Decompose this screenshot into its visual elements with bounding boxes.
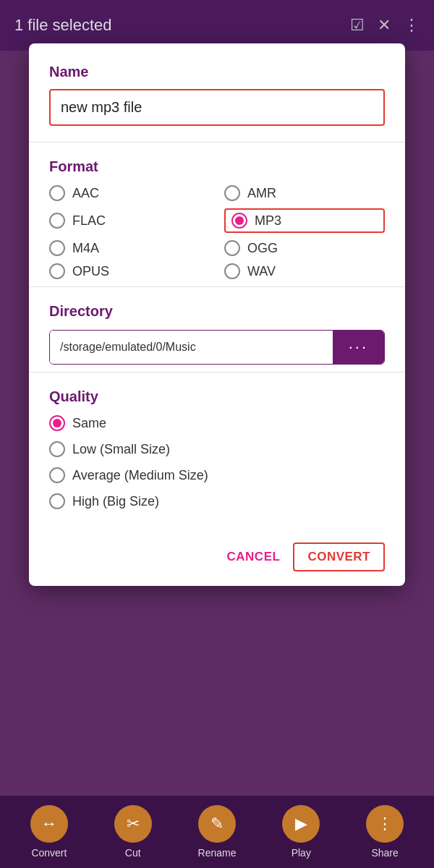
rename-tool-icon: ✎ [198,805,236,843]
format-option-opus[interactable]: OPUS [49,263,210,279]
rename-tool-label: Rename [198,847,237,859]
cut-tool-label: Cut [125,847,141,859]
format-amr-label: AMR [247,186,276,201]
format-option-wav[interactable]: WAV [224,263,385,279]
format-aac-label: AAC [72,186,99,201]
format-flac-label: FLAC [72,213,106,229]
format-wav-label: WAV [247,264,276,279]
play-tool-label: Play [292,847,311,859]
quality-average-label: Average (Medium Size) [72,468,208,483]
convert-button[interactable]: CONVERT [293,542,385,571]
dialog-content: Name Format AAC AMR FLAC MP3 [29,43,405,531]
share-tool-label: Share [371,847,398,859]
radio-amr[interactable] [224,185,240,201]
tool-rename[interactable]: ✎ Rename [198,805,237,859]
directory-browse-button[interactable]: ··· [333,331,384,364]
quality-low-label: Low (Small Size) [72,442,170,457]
more-icon[interactable]: ⋮ [404,16,420,35]
tool-share[interactable]: ⋮ Share [366,805,404,859]
radio-high[interactable] [49,493,65,509]
directory-box: /storage/emulated/0/Music ··· [49,330,385,365]
divider-1 [29,142,405,142]
radio-mp3[interactable] [231,213,247,229]
top-bar-actions: ☑ ✕ ⋮ [350,16,420,35]
radio-ogg[interactable] [224,240,240,256]
directory-path: /storage/emulated/0/Music [50,331,333,364]
radio-aac[interactable] [49,185,65,201]
radio-low[interactable] [49,441,65,457]
quality-label: Quality [49,388,385,405]
convert-tool-label: Convert [31,847,67,859]
tool-convert[interactable]: ↔ Convert [30,805,68,859]
format-option-amr[interactable]: AMR [224,185,385,201]
divider-2 [29,286,405,287]
format-opus-label: OPUS [72,264,109,279]
browse-dots: ··· [349,338,368,357]
format-label: Format [49,158,385,175]
format-option-ogg[interactable]: OGG [224,240,385,256]
radio-opus[interactable] [49,263,65,279]
format-m4a-label: M4A [72,241,99,256]
play-tool-icon: ▶ [282,805,320,843]
close-icon[interactable]: ✕ [378,16,391,35]
convert-dialog: Name Format AAC AMR FLAC MP3 [29,43,405,586]
name-input[interactable] [49,89,385,126]
format-mp3-label: MP3 [255,213,281,229]
dialog-footer: CANCEL CONVERT [29,531,405,586]
radio-same[interactable] [49,415,65,431]
directory-label: Directory [49,303,385,320]
convert-tool-icon: ↔ [30,805,68,843]
quality-option-high[interactable]: High (Big Size) [49,493,385,509]
format-grid: AAC AMR FLAC MP3 M4A OGG [49,185,385,279]
share-tool-icon: ⋮ [366,805,404,843]
bottom-toolbar: ↔ Convert ✂ Cut ✎ Rename ▶ Play ⋮ Share [0,796,434,868]
divider-3 [29,372,405,373]
format-option-mp3[interactable]: MP3 [224,208,385,233]
tool-play[interactable]: ▶ Play [282,805,320,859]
quality-option-same[interactable]: Same [49,415,385,431]
cancel-button[interactable]: CANCEL [227,550,281,564]
format-option-flac[interactable]: FLAC [49,208,210,233]
quality-list: Same Low (Small Size) Average (Medium Si… [49,415,385,509]
quality-same-label: Same [72,416,106,431]
quality-high-label: High (Big Size) [72,494,159,509]
name-label: Name [49,64,385,80]
radio-m4a[interactable] [49,240,65,256]
format-option-aac[interactable]: AAC [49,185,210,201]
radio-wav[interactable] [224,263,240,279]
selection-title: 1 file selected [14,16,112,35]
format-ogg-label: OGG [247,241,278,256]
radio-average[interactable] [49,467,65,483]
radio-flac[interactable] [49,213,65,229]
check-icon[interactable]: ☑ [350,16,365,35]
cut-tool-icon: ✂ [114,805,152,843]
quality-option-low[interactable]: Low (Small Size) [49,441,385,457]
format-option-m4a[interactable]: M4A [49,240,210,256]
quality-option-average[interactable]: Average (Medium Size) [49,467,385,483]
tool-cut[interactable]: ✂ Cut [114,805,152,859]
